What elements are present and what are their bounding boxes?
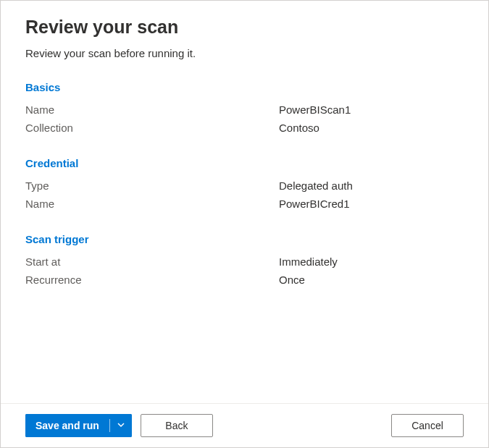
value-recurrence: Once <box>279 274 305 286</box>
save-and-run-button[interactable]: Save and run <box>25 414 109 437</box>
label-recurrence: Recurrence <box>25 274 279 286</box>
label-type: Type <box>25 179 279 192</box>
row-basics-name: Name PowerBIScan1 <box>25 101 464 119</box>
section-scan-trigger: Scan trigger Start at Immediately Recurr… <box>25 233 464 289</box>
value-start-at: Immediately <box>279 255 338 268</box>
label-start-at: Start at <box>25 255 279 268</box>
row-recurrence: Recurrence Once <box>25 271 464 289</box>
value-collection: Contoso <box>279 122 319 134</box>
section-credential: Credential Type Delegated auth Name Powe… <box>25 157 464 213</box>
value-name: PowerBIScan1 <box>279 103 351 116</box>
page-title: Review your scan <box>25 17 464 38</box>
back-button[interactable]: Back <box>141 414 213 437</box>
value-type: Delegated auth <box>279 179 353 192</box>
label-collection: Collection <box>25 122 279 134</box>
section-basics-header: Basics <box>25 81 464 93</box>
section-scan-trigger-header: Scan trigger <box>25 233 464 245</box>
cancel-button[interactable]: Cancel <box>391 414 464 437</box>
label-name: Name <box>25 103 279 116</box>
review-scan-panel: Review your scan Review your scan before… <box>0 0 489 448</box>
content-area: Review your scan Review your scan before… <box>1 1 488 403</box>
value-credential-name: PowerBICred1 <box>279 198 350 210</box>
row-start-at: Start at Immediately <box>25 253 464 271</box>
section-credential-header: Credential <box>25 157 464 169</box>
footer-bar: Save and run Back Cancel <box>1 403 488 447</box>
row-credential-type: Type Delegated auth <box>25 177 464 195</box>
row-basics-collection: Collection Contoso <box>25 119 464 137</box>
save-and-run-dropdown[interactable] <box>110 414 132 437</box>
row-credential-name: Name PowerBICred1 <box>25 195 464 213</box>
section-basics: Basics Name PowerBIScan1 Collection Cont… <box>25 81 464 137</box>
save-and-run-split-button: Save and run <box>25 414 132 437</box>
chevron-down-icon <box>117 420 125 431</box>
page-subtitle: Review your scan before running it. <box>25 47 464 59</box>
label-credential-name: Name <box>25 198 279 210</box>
